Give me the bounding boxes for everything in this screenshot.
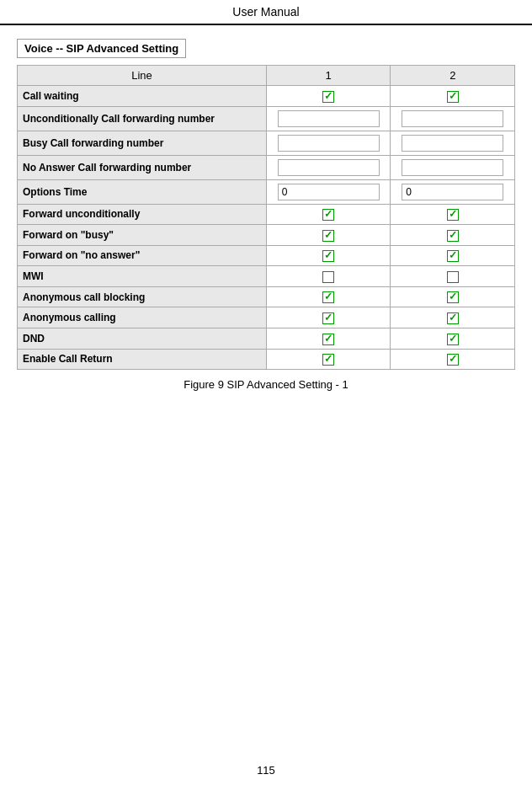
text-input-col1[interactable] xyxy=(278,135,380,152)
checkbox-checked[interactable] xyxy=(322,250,334,262)
checkbox-checked[interactable] xyxy=(447,209,459,221)
table-row: Enable Call Return xyxy=(18,349,515,370)
checkbox-checked[interactable] xyxy=(447,312,459,324)
checkbox-unchecked[interactable] xyxy=(447,271,459,283)
checkbox-checked[interactable] xyxy=(322,230,334,242)
row-label: MWI xyxy=(18,266,267,287)
row-col1[interactable] xyxy=(266,328,391,349)
row-label: Options Time xyxy=(18,179,267,204)
row-label: Forward on "no answer" xyxy=(18,245,267,266)
row-label: DND xyxy=(18,328,267,349)
text-input-col1[interactable] xyxy=(278,184,380,200)
row-label: Forward on "busy" xyxy=(18,225,267,246)
text-input-col2[interactable] xyxy=(402,135,503,152)
section-title: Voice -- SIP Advanced Setting xyxy=(17,39,186,58)
table-row: Forward on "no answer" xyxy=(18,245,515,266)
checkbox-checked[interactable] xyxy=(322,209,334,221)
text-input-col2[interactable] xyxy=(402,159,503,176)
row-label: Call waiting xyxy=(18,86,267,107)
checkbox-unchecked[interactable] xyxy=(322,271,334,283)
table-row: Options Time xyxy=(18,179,515,204)
checkbox-checked[interactable] xyxy=(322,291,334,303)
figure-caption: Figure 9 SIP Advanced Setting - 1 xyxy=(17,378,515,391)
table-row: No Answer Call forwarding number xyxy=(18,155,515,179)
table-row: Forward unconditionally xyxy=(18,204,515,225)
col-header-1: 1 xyxy=(266,66,391,86)
row-label: Enable Call Return xyxy=(18,349,267,370)
row-col2[interactable] xyxy=(391,307,515,328)
checkbox-checked[interactable] xyxy=(447,334,459,345)
row-col1[interactable] xyxy=(266,307,391,328)
row-label: No Answer Call forwarding number xyxy=(18,155,267,179)
row-col2[interactable] xyxy=(391,286,515,307)
checkbox-checked[interactable] xyxy=(447,250,459,262)
row-col1[interactable] xyxy=(266,155,391,179)
row-col2[interactable] xyxy=(391,131,515,155)
page-title: User Manual xyxy=(232,5,299,19)
row-col1[interactable] xyxy=(266,286,391,307)
checkbox-checked[interactable] xyxy=(322,354,334,366)
text-input-col1[interactable] xyxy=(278,110,380,127)
row-col1[interactable] xyxy=(266,179,391,204)
checkbox-checked[interactable] xyxy=(322,312,334,324)
page-footer: 115 xyxy=(257,764,275,785)
table-row: Anonymous calling xyxy=(18,307,515,328)
row-col1[interactable] xyxy=(266,266,391,287)
checkbox-checked[interactable] xyxy=(322,91,334,103)
row-col1[interactable] xyxy=(266,204,391,225)
checkbox-checked[interactable] xyxy=(447,291,459,303)
row-col2[interactable] xyxy=(391,225,515,246)
page-header: User Manual xyxy=(0,0,532,25)
row-col1[interactable] xyxy=(266,106,391,131)
sip-settings-table: Line 1 2 Call waitingUnconditionally Cal… xyxy=(17,65,515,370)
checkbox-checked[interactable] xyxy=(447,91,459,103)
page-number: 115 xyxy=(257,764,275,777)
row-col2[interactable] xyxy=(391,106,515,131)
row-label: Anonymous call blocking xyxy=(18,286,267,307)
text-input-col1[interactable] xyxy=(278,159,380,176)
table-row: Anonymous call blocking xyxy=(18,286,515,307)
checkbox-checked[interactable] xyxy=(447,354,459,366)
row-label: Forward unconditionally xyxy=(18,204,267,225)
table-row: Busy Call forwarding number xyxy=(18,131,515,155)
row-col2[interactable] xyxy=(391,155,515,179)
row-col2[interactable] xyxy=(391,86,515,107)
row-col2[interactable] xyxy=(391,328,515,349)
col-header-line: Line xyxy=(18,66,267,86)
table-row: DND xyxy=(18,328,515,349)
row-col2[interactable] xyxy=(391,245,515,266)
row-label: Anonymous calling xyxy=(18,307,267,328)
row-col2[interactable] xyxy=(391,204,515,225)
row-col1[interactable] xyxy=(266,349,391,370)
row-col1[interactable] xyxy=(266,131,391,155)
row-col1[interactable] xyxy=(266,86,391,107)
checkbox-checked[interactable] xyxy=(322,334,334,345)
row-col2[interactable] xyxy=(391,349,515,370)
row-label: Unconditionally Call forwarding number xyxy=(18,106,267,131)
page-content: Voice -- SIP Advanced Setting Line 1 2 C… xyxy=(0,25,532,764)
table-row: Call waiting xyxy=(18,86,515,107)
col-header-2: 2 xyxy=(391,66,515,86)
table-row: MWI xyxy=(18,266,515,287)
text-input-col2[interactable] xyxy=(402,184,503,200)
checkbox-checked[interactable] xyxy=(447,230,459,242)
row-col2[interactable] xyxy=(391,266,515,287)
text-input-col2[interactable] xyxy=(402,110,503,127)
row-col1[interactable] xyxy=(266,225,391,246)
row-label: Busy Call forwarding number xyxy=(18,131,267,155)
row-col1[interactable] xyxy=(266,245,391,266)
row-col2[interactable] xyxy=(391,179,515,204)
table-row: Forward on "busy" xyxy=(18,225,515,246)
table-row: Unconditionally Call forwarding number xyxy=(18,106,515,131)
